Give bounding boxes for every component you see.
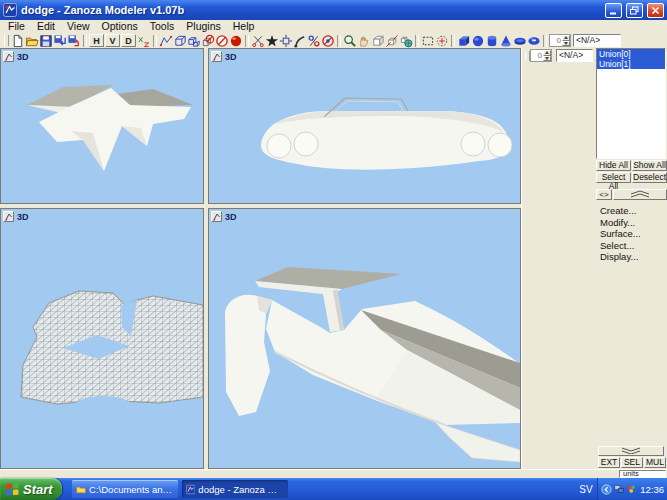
menu-edit[interactable]: Edit bbox=[31, 20, 61, 33]
bend-tool-icon[interactable] bbox=[293, 34, 307, 48]
triangle-up-icon bbox=[545, 51, 549, 54]
select-all-button[interactable]: Select All bbox=[596, 172, 631, 183]
select-circle-icon[interactable] bbox=[435, 34, 449, 48]
percent-tool-icon[interactable] bbox=[307, 34, 321, 48]
rotate-view-cube-icon[interactable] bbox=[371, 34, 385, 48]
menu-tools[interactable]: Tools bbox=[144, 20, 181, 33]
tray-network-icon[interactable] bbox=[614, 483, 624, 495]
restore-icon bbox=[629, 5, 640, 16]
primitive-sphere-icon[interactable] bbox=[471, 34, 485, 48]
panel-toggle-button[interactable]: <> bbox=[596, 189, 612, 200]
star-icon[interactable] bbox=[265, 34, 279, 48]
tray-chevron-icon[interactable] bbox=[601, 483, 612, 496]
axes-scale-icon[interactable] bbox=[137, 34, 151, 48]
windows-flag-icon bbox=[5, 482, 20, 497]
car-fender-render bbox=[1, 49, 203, 203]
language-indicator[interactable]: SV bbox=[577, 480, 595, 498]
import-icon[interactable] bbox=[53, 34, 67, 48]
panel-combo[interactable]: <N/A> bbox=[556, 49, 593, 62]
tray-color-icon[interactable] bbox=[626, 483, 636, 495]
command-surface[interactable]: Surface... bbox=[598, 228, 666, 240]
toolbar-separator bbox=[245, 35, 249, 47]
primitive-cylinder-icon[interactable] bbox=[485, 34, 499, 48]
zanoza-modeler-window: dodge - Zanoza Modeler v1.07b File Edit … bbox=[0, 0, 667, 500]
pan-hand-icon[interactable] bbox=[357, 34, 371, 48]
new-file-icon[interactable] bbox=[11, 34, 25, 48]
viewport-mode-button[interactable] bbox=[3, 211, 14, 222]
toolbar-grip[interactable] bbox=[4, 35, 9, 46]
primitive-torus-icon[interactable] bbox=[527, 34, 541, 48]
view-axes-cube-icon[interactable] bbox=[385, 34, 399, 48]
primitive-cube-icon[interactable] bbox=[457, 34, 471, 48]
deselect-button[interactable]: Deselect bbox=[632, 172, 667, 183]
toolbar-separator bbox=[543, 35, 547, 47]
double-chevron-down-icon bbox=[620, 447, 642, 454]
restore-button[interactable] bbox=[626, 3, 643, 18]
tray-clock[interactable]: 12:36 bbox=[640, 484, 664, 495]
menu-help[interactable]: Help bbox=[227, 20, 261, 33]
menu-plugins[interactable]: Plugins bbox=[180, 20, 226, 33]
viewport-top-left[interactable]: 3D bbox=[0, 48, 204, 204]
d-view-button[interactable]: D bbox=[121, 34, 136, 47]
menu-options[interactable]: Options bbox=[96, 20, 144, 33]
viewport-top-right[interactable]: 3D bbox=[208, 48, 521, 204]
polyline-icon[interactable] bbox=[159, 34, 173, 48]
panel-spinner[interactable]: 0 bbox=[530, 49, 552, 62]
command-menu: Create... Modify... Surface... Select...… bbox=[598, 205, 666, 263]
collapse-panel-button[interactable] bbox=[613, 189, 667, 200]
taskbar-item-zanoza[interactable]: dodge - Zanoza Mode... bbox=[182, 480, 288, 498]
taskbar-item-explorer[interactable]: C:\Documents and Se... bbox=[72, 480, 178, 498]
render-sphere-icon[interactable] bbox=[229, 34, 243, 48]
command-display[interactable]: Display... bbox=[598, 251, 666, 263]
toolbar-combo[interactable]: <N/A> bbox=[573, 34, 621, 47]
wire-boxes-icon[interactable] bbox=[187, 34, 201, 48]
select-rect-icon[interactable] bbox=[421, 34, 435, 48]
viewport-bottom-left[interactable]: 3D bbox=[0, 208, 204, 469]
start-button[interactable]: Start bbox=[0, 478, 62, 500]
toolbar-spinner[interactable]: 0 bbox=[549, 34, 571, 47]
menu-view[interactable]: View bbox=[61, 20, 96, 33]
title-bar[interactable]: dodge - Zanoza Modeler v1.07b bbox=[0, 0, 667, 20]
transform-box-icon[interactable] bbox=[279, 34, 293, 48]
v-view-button[interactable]: V bbox=[105, 34, 120, 47]
show-all-button[interactable]: Show All bbox=[632, 160, 667, 171]
scene-object-list[interactable]: Union[0] Union[1] bbox=[596, 48, 666, 159]
zoom-tool-icon[interactable] bbox=[343, 34, 357, 48]
close-button[interactable] bbox=[647, 3, 664, 18]
export-icon[interactable] bbox=[67, 34, 81, 48]
ext-mode-button[interactable]: EXT bbox=[598, 457, 620, 468]
cut-icon[interactable] bbox=[251, 34, 265, 48]
viewport-mode-button[interactable] bbox=[211, 51, 222, 62]
hide-all-button[interactable]: Hide All bbox=[596, 160, 631, 171]
car-wireframe-render bbox=[1, 209, 203, 468]
spinner-down-button[interactable] bbox=[543, 56, 551, 62]
viewport-mode-button[interactable] bbox=[3, 51, 14, 62]
forbid-point-icon[interactable] bbox=[321, 34, 335, 48]
taskbar-item-label: dodge - Zanoza Mode... bbox=[198, 484, 284, 495]
primitive-disc-icon[interactable] bbox=[513, 34, 527, 48]
open-file-icon[interactable] bbox=[25, 34, 39, 48]
wire-box-icon[interactable] bbox=[173, 34, 187, 48]
minimize-button[interactable] bbox=[605, 3, 622, 18]
expand-bottom-button[interactable] bbox=[598, 446, 664, 456]
sel-mode-button[interactable]: SEL bbox=[621, 457, 643, 468]
viewport-mode-button[interactable] bbox=[211, 211, 222, 222]
primitive-cone-icon[interactable] bbox=[499, 34, 513, 48]
car-front-render bbox=[209, 49, 520, 203]
h-view-button[interactable]: H bbox=[89, 34, 104, 47]
command-create[interactable]: Create... bbox=[598, 205, 666, 217]
viewport-axis-icon bbox=[5, 213, 13, 221]
list-item[interactable]: Union[0] bbox=[597, 49, 665, 59]
forbid-icon[interactable] bbox=[215, 34, 229, 48]
command-select[interactable]: Select... bbox=[598, 240, 666, 252]
hide-object-icon[interactable] bbox=[201, 34, 215, 48]
menu-file[interactable]: File bbox=[2, 20, 31, 33]
list-item[interactable]: Union[1] bbox=[597, 59, 665, 69]
spinner-down-button[interactable] bbox=[562, 41, 570, 47]
viewport-bottom-right[interactable]: 3D bbox=[208, 208, 521, 469]
command-modify[interactable]: Modify... bbox=[598, 217, 666, 229]
mul-mode-button[interactable]: MUL bbox=[644, 457, 666, 468]
view-globe-cube-icon[interactable] bbox=[399, 34, 413, 48]
save-file-icon[interactable] bbox=[39, 34, 53, 48]
app-icon bbox=[186, 484, 195, 495]
